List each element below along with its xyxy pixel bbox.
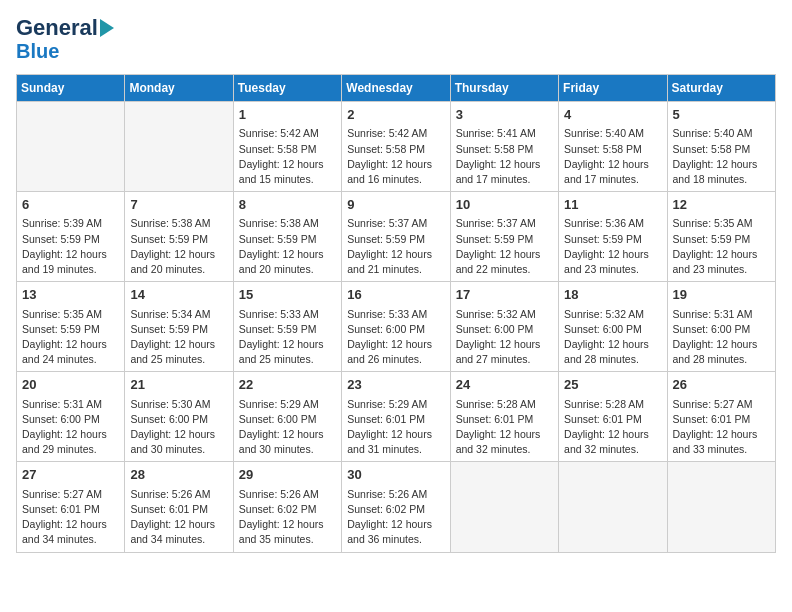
logo-arrow-icon bbox=[100, 19, 114, 37]
day-number: 21 bbox=[130, 376, 227, 394]
calendar-cell: 30Sunrise: 5:26 AM Sunset: 6:02 PM Dayli… bbox=[342, 462, 450, 552]
calendar-cell: 22Sunrise: 5:29 AM Sunset: 6:00 PM Dayli… bbox=[233, 372, 341, 462]
day-number: 6 bbox=[22, 196, 119, 214]
calendar-cell: 28Sunrise: 5:26 AM Sunset: 6:01 PM Dayli… bbox=[125, 462, 233, 552]
day-info: Sunrise: 5:29 AM Sunset: 6:00 PM Dayligh… bbox=[239, 397, 336, 458]
calendar-day-header: Monday bbox=[125, 75, 233, 102]
calendar-day-header: Saturday bbox=[667, 75, 775, 102]
day-number: 9 bbox=[347, 196, 444, 214]
day-number: 24 bbox=[456, 376, 553, 394]
calendar-day-header: Tuesday bbox=[233, 75, 341, 102]
day-info: Sunrise: 5:33 AM Sunset: 5:59 PM Dayligh… bbox=[239, 307, 336, 368]
day-number: 11 bbox=[564, 196, 661, 214]
calendar-cell: 8Sunrise: 5:38 AM Sunset: 5:59 PM Daylig… bbox=[233, 192, 341, 282]
day-info: Sunrise: 5:40 AM Sunset: 5:58 PM Dayligh… bbox=[564, 126, 661, 187]
day-number: 15 bbox=[239, 286, 336, 304]
logo-text-general: General bbox=[16, 16, 98, 40]
calendar-cell: 17Sunrise: 5:32 AM Sunset: 6:00 PM Dayli… bbox=[450, 282, 558, 372]
day-number: 8 bbox=[239, 196, 336, 214]
day-number: 12 bbox=[673, 196, 770, 214]
day-number: 23 bbox=[347, 376, 444, 394]
day-info: Sunrise: 5:28 AM Sunset: 6:01 PM Dayligh… bbox=[456, 397, 553, 458]
calendar-week-row: 1Sunrise: 5:42 AM Sunset: 5:58 PM Daylig… bbox=[17, 102, 776, 192]
calendar-week-row: 13Sunrise: 5:35 AM Sunset: 5:59 PM Dayli… bbox=[17, 282, 776, 372]
day-number: 19 bbox=[673, 286, 770, 304]
day-number: 17 bbox=[456, 286, 553, 304]
calendar-cell: 18Sunrise: 5:32 AM Sunset: 6:00 PM Dayli… bbox=[559, 282, 667, 372]
calendar-cell: 11Sunrise: 5:36 AM Sunset: 5:59 PM Dayli… bbox=[559, 192, 667, 282]
day-number: 26 bbox=[673, 376, 770, 394]
day-info: Sunrise: 5:35 AM Sunset: 5:59 PM Dayligh… bbox=[22, 307, 119, 368]
calendar-cell: 26Sunrise: 5:27 AM Sunset: 6:01 PM Dayli… bbox=[667, 372, 775, 462]
day-info: Sunrise: 5:27 AM Sunset: 6:01 PM Dayligh… bbox=[22, 487, 119, 548]
calendar-week-row: 6Sunrise: 5:39 AM Sunset: 5:59 PM Daylig… bbox=[17, 192, 776, 282]
day-info: Sunrise: 5:31 AM Sunset: 6:00 PM Dayligh… bbox=[673, 307, 770, 368]
calendar-cell bbox=[667, 462, 775, 552]
calendar-cell: 10Sunrise: 5:37 AM Sunset: 5:59 PM Dayli… bbox=[450, 192, 558, 282]
calendar-cell: 12Sunrise: 5:35 AM Sunset: 5:59 PM Dayli… bbox=[667, 192, 775, 282]
day-info: Sunrise: 5:26 AM Sunset: 6:02 PM Dayligh… bbox=[239, 487, 336, 548]
day-number: 13 bbox=[22, 286, 119, 304]
day-number: 4 bbox=[564, 106, 661, 124]
day-number: 1 bbox=[239, 106, 336, 124]
day-number: 27 bbox=[22, 466, 119, 484]
calendar-cell: 14Sunrise: 5:34 AM Sunset: 5:59 PM Dayli… bbox=[125, 282, 233, 372]
day-info: Sunrise: 5:35 AM Sunset: 5:59 PM Dayligh… bbox=[673, 216, 770, 277]
calendar-cell bbox=[125, 102, 233, 192]
day-info: Sunrise: 5:38 AM Sunset: 5:59 PM Dayligh… bbox=[130, 216, 227, 277]
day-number: 7 bbox=[130, 196, 227, 214]
calendar-week-row: 20Sunrise: 5:31 AM Sunset: 6:00 PM Dayli… bbox=[17, 372, 776, 462]
logo: General Blue bbox=[16, 16, 114, 62]
calendar-cell: 27Sunrise: 5:27 AM Sunset: 6:01 PM Dayli… bbox=[17, 462, 125, 552]
calendar-cell: 2Sunrise: 5:42 AM Sunset: 5:58 PM Daylig… bbox=[342, 102, 450, 192]
calendar-day-header: Sunday bbox=[17, 75, 125, 102]
page-header: General Blue bbox=[16, 16, 776, 62]
day-info: Sunrise: 5:28 AM Sunset: 6:01 PM Dayligh… bbox=[564, 397, 661, 458]
calendar-cell: 19Sunrise: 5:31 AM Sunset: 6:00 PM Dayli… bbox=[667, 282, 775, 372]
day-number: 2 bbox=[347, 106, 444, 124]
day-info: Sunrise: 5:26 AM Sunset: 6:01 PM Dayligh… bbox=[130, 487, 227, 548]
logo-text-blue: Blue bbox=[16, 40, 59, 62]
day-info: Sunrise: 5:40 AM Sunset: 5:58 PM Dayligh… bbox=[673, 126, 770, 187]
calendar-cell: 7Sunrise: 5:38 AM Sunset: 5:59 PM Daylig… bbox=[125, 192, 233, 282]
calendar-cell bbox=[559, 462, 667, 552]
day-number: 30 bbox=[347, 466, 444, 484]
day-number: 3 bbox=[456, 106, 553, 124]
day-info: Sunrise: 5:27 AM Sunset: 6:01 PM Dayligh… bbox=[673, 397, 770, 458]
day-info: Sunrise: 5:29 AM Sunset: 6:01 PM Dayligh… bbox=[347, 397, 444, 458]
calendar-cell bbox=[450, 462, 558, 552]
calendar-cell: 5Sunrise: 5:40 AM Sunset: 5:58 PM Daylig… bbox=[667, 102, 775, 192]
calendar-cell: 24Sunrise: 5:28 AM Sunset: 6:01 PM Dayli… bbox=[450, 372, 558, 462]
day-number: 16 bbox=[347, 286, 444, 304]
day-number: 20 bbox=[22, 376, 119, 394]
calendar-week-row: 27Sunrise: 5:27 AM Sunset: 6:01 PM Dayli… bbox=[17, 462, 776, 552]
day-number: 10 bbox=[456, 196, 553, 214]
day-number: 29 bbox=[239, 466, 336, 484]
day-info: Sunrise: 5:41 AM Sunset: 5:58 PM Dayligh… bbox=[456, 126, 553, 187]
day-info: Sunrise: 5:38 AM Sunset: 5:59 PM Dayligh… bbox=[239, 216, 336, 277]
calendar-cell: 23Sunrise: 5:29 AM Sunset: 6:01 PM Dayli… bbox=[342, 372, 450, 462]
calendar-cell: 1Sunrise: 5:42 AM Sunset: 5:58 PM Daylig… bbox=[233, 102, 341, 192]
day-number: 14 bbox=[130, 286, 227, 304]
day-info: Sunrise: 5:42 AM Sunset: 5:58 PM Dayligh… bbox=[347, 126, 444, 187]
day-info: Sunrise: 5:42 AM Sunset: 5:58 PM Dayligh… bbox=[239, 126, 336, 187]
day-info: Sunrise: 5:32 AM Sunset: 6:00 PM Dayligh… bbox=[564, 307, 661, 368]
calendar-cell: 6Sunrise: 5:39 AM Sunset: 5:59 PM Daylig… bbox=[17, 192, 125, 282]
day-info: Sunrise: 5:33 AM Sunset: 6:00 PM Dayligh… bbox=[347, 307, 444, 368]
calendar-cell: 25Sunrise: 5:28 AM Sunset: 6:01 PM Dayli… bbox=[559, 372, 667, 462]
day-info: Sunrise: 5:39 AM Sunset: 5:59 PM Dayligh… bbox=[22, 216, 119, 277]
day-info: Sunrise: 5:37 AM Sunset: 5:59 PM Dayligh… bbox=[456, 216, 553, 277]
calendar-table: SundayMondayTuesdayWednesdayThursdayFrid… bbox=[16, 74, 776, 552]
day-info: Sunrise: 5:31 AM Sunset: 6:00 PM Dayligh… bbox=[22, 397, 119, 458]
calendar-cell: 9Sunrise: 5:37 AM Sunset: 5:59 PM Daylig… bbox=[342, 192, 450, 282]
calendar-cell: 15Sunrise: 5:33 AM Sunset: 5:59 PM Dayli… bbox=[233, 282, 341, 372]
calendar-cell: 20Sunrise: 5:31 AM Sunset: 6:00 PM Dayli… bbox=[17, 372, 125, 462]
calendar-cell: 21Sunrise: 5:30 AM Sunset: 6:00 PM Dayli… bbox=[125, 372, 233, 462]
day-number: 22 bbox=[239, 376, 336, 394]
calendar-header-row: SundayMondayTuesdayWednesdayThursdayFrid… bbox=[17, 75, 776, 102]
day-info: Sunrise: 5:36 AM Sunset: 5:59 PM Dayligh… bbox=[564, 216, 661, 277]
day-number: 28 bbox=[130, 466, 227, 484]
calendar-cell: 16Sunrise: 5:33 AM Sunset: 6:00 PM Dayli… bbox=[342, 282, 450, 372]
calendar-day-header: Friday bbox=[559, 75, 667, 102]
calendar-cell: 13Sunrise: 5:35 AM Sunset: 5:59 PM Dayli… bbox=[17, 282, 125, 372]
